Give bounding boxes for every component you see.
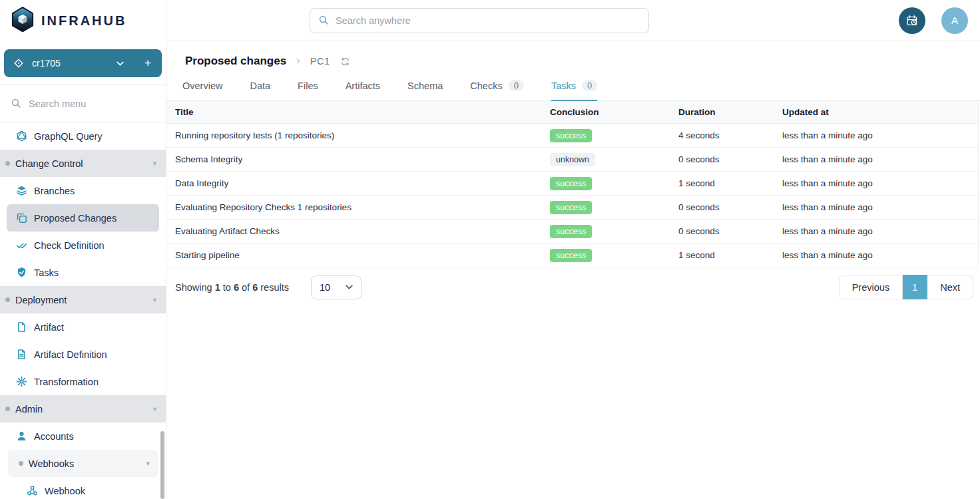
section-label: Admin — [15, 404, 43, 415]
next-page-button[interactable]: Next — [927, 275, 973, 299]
sidebar-item-label: Webhook — [45, 486, 85, 496]
sidebar-nav: GraphQL QueryChange Control▼BranchesProp… — [0, 122, 166, 499]
tasks-table: Title Conclusion Duration Updated at Run… — [166, 101, 979, 267]
sidebar-item-proposed-changes[interactable]: Proposed Changes — [7, 204, 159, 232]
user-icon — [16, 430, 27, 442]
global-search-input[interactable] — [336, 15, 640, 26]
sidebar-search-input[interactable] — [29, 98, 148, 109]
sidebar-item-label: Artifact — [34, 322, 64, 333]
breadcrumb: Proposed changes › PC1 — [185, 55, 980, 68]
duration-cell: 0 seconds — [670, 226, 774, 236]
sidebar-item-label: Tasks — [34, 267, 59, 278]
tab-tasks[interactable]: Tasks0 — [551, 77, 597, 101]
refresh-icon[interactable] — [340, 57, 350, 67]
duration-cell: 4 seconds — [670, 130, 774, 140]
tab-label: Overview — [182, 81, 222, 91]
task-title-cell: Starting pipeline — [166, 250, 541, 260]
copy-icon — [16, 212, 27, 224]
search-icon — [11, 98, 22, 109]
tab-bar: OverviewDataFilesArtifactsSchemaChecks0T… — [166, 68, 980, 101]
bullet-icon — [5, 161, 10, 166]
sidebar-section-admin[interactable]: Admin▼ — [0, 395, 166, 422]
add-branch-button[interactable]: + — [144, 57, 152, 70]
sidebar-item-check-definition[interactable]: Check Definition — [0, 232, 166, 259]
table-row[interactable]: Evaluating Artifact Checkssuccess0 secon… — [166, 220, 978, 244]
sidebar-item-label: GraphQL Query — [34, 131, 103, 142]
page-size-value: 10 — [320, 282, 330, 293]
tab-files[interactable]: Files — [298, 78, 318, 100]
updated-at-cell: less than a minute ago — [774, 250, 978, 260]
section-label: Deployment — [15, 295, 67, 305]
conclusion-badge: success — [550, 249, 592, 262]
branch-selector[interactable]: cr1705 + — [4, 49, 162, 77]
table-row[interactable]: Schema Integrityunknown0 secondsless tha… — [166, 148, 978, 172]
sidebar-section-webhooks[interactable]: Webhooks▼ — [8, 450, 158, 477]
tab-data[interactable]: Data — [250, 78, 270, 100]
column-header-updated-at: Updated at — [774, 107, 978, 117]
table-row[interactable]: Running repository tests (1 repositories… — [166, 124, 978, 148]
conclusion-cell: success — [541, 201, 670, 214]
sidebar-search[interactable] — [0, 85, 166, 122]
sidebar-item-artifact-definition[interactable]: Artifact Definition — [0, 341, 166, 368]
sidebar-scrollbar-thumb[interactable] — [160, 431, 164, 499]
sidebar-section-change-control[interactable]: Change Control▼ — [0, 150, 166, 177]
results-summary: Showing 1 to 6 of 6 results — [175, 282, 289, 293]
branch-icon — [13, 58, 25, 69]
sidebar: INFRAHUB cr1705 + GraphQL QueryChan — [0, 0, 166, 499]
app-root: INFRAHUB cr1705 + GraphQL QueryChan — [0, 0, 980, 499]
tab-schema[interactable]: Schema — [407, 78, 443, 100]
webhook-icon — [27, 485, 38, 496]
shield-check-icon — [16, 267, 27, 278]
sidebar-item-artifact[interactable]: Artifact — [0, 313, 166, 341]
time-travel-button[interactable] — [899, 7, 925, 34]
column-header-conclusion: Conclusion — [541, 107, 670, 117]
sidebar-item-transformation[interactable]: Transformation — [0, 368, 166, 395]
task-title-cell: Evaluating Repository Checks 1 repositor… — [166, 202, 541, 212]
global-search[interactable] — [310, 8, 649, 33]
tab-artifacts[interactable]: Artifacts — [346, 78, 380, 100]
sidebar-section-deployment[interactable]: Deployment▼ — [0, 286, 166, 313]
tab-label: Checks — [470, 81, 502, 91]
topbar-actions: A — [899, 7, 980, 34]
task-title-cell: Schema Integrity — [166, 154, 541, 164]
chevron-down-icon: ▼ — [145, 460, 151, 467]
tab-label: Artifacts — [346, 81, 380, 91]
sidebar-item-accounts[interactable]: Accounts — [0, 422, 166, 450]
table-header-row: Title Conclusion Duration Updated at — [166, 101, 978, 124]
section-label: Webhooks — [29, 458, 74, 469]
previous-page-button[interactable]: Previous — [839, 275, 903, 299]
tab-checks[interactable]: Checks0 — [470, 77, 524, 100]
duration-cell: 1 second — [670, 250, 774, 260]
sidebar-item-webhook[interactable]: Webhook — [0, 477, 166, 499]
task-title-cell: Data Integrity — [166, 178, 541, 188]
file-icon — [16, 321, 27, 333]
section-label: Change Control — [15, 158, 83, 169]
branch-name: cr1705 — [32, 58, 61, 69]
search-icon — [318, 15, 330, 26]
table-row[interactable]: Evaluating Repository Checks 1 repositor… — [166, 196, 978, 220]
task-title-cell: Running repository tests (1 repositories… — [166, 130, 541, 140]
chevron-down-icon[interactable] — [117, 61, 124, 66]
sidebar-item-label: Proposed Changes — [34, 213, 117, 224]
page-title[interactable]: Proposed changes — [185, 55, 286, 68]
sidebar-item-tasks[interactable]: Tasks — [0, 259, 166, 286]
column-header-duration: Duration — [670, 107, 774, 117]
conclusion-badge: success — [550, 177, 592, 190]
chevron-right-icon: › — [296, 54, 300, 67]
bullet-icon — [5, 297, 10, 302]
tab-overview[interactable]: Overview — [182, 78, 222, 100]
logo-row: INFRAHUB — [0, 0, 166, 41]
double-check-icon — [16, 240, 27, 251]
table-body: Running repository tests (1 repositories… — [166, 124, 978, 267]
table-row[interactable]: Data Integritysuccess1 secondless than a… — [166, 172, 978, 196]
sidebar-item-graphql-query[interactable]: GraphQL Query — [0, 122, 166, 150]
conclusion-cell: success — [541, 225, 670, 238]
sidebar-item-branches[interactable]: Branches — [0, 177, 166, 204]
layers-icon — [16, 185, 27, 196]
chevron-down-icon — [346, 285, 353, 289]
avatar[interactable]: A — [941, 7, 968, 34]
table-row[interactable]: Starting pipelinesuccess1 secondless tha… — [166, 244, 978, 267]
sidebar-item-label: Branches — [34, 186, 75, 196]
page-size-select[interactable]: 10 — [311, 275, 362, 299]
page-1-button[interactable]: 1 — [903, 275, 927, 299]
